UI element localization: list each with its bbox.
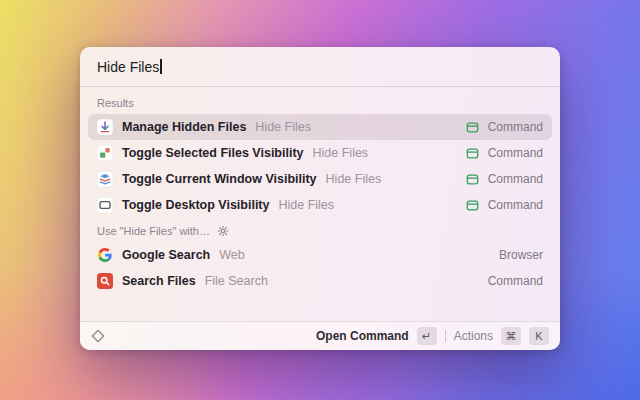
result-type-label: Command: [488, 172, 543, 186]
fallbacks-section-label: Use "Hide Files" with…: [97, 225, 210, 237]
result-row-manage-hidden-files[interactable]: Manage Hidden Files Hide Files Command: [88, 114, 552, 140]
result-title: Toggle Selected Files Visibility: [122, 146, 304, 160]
result-subtitle: Hide Files: [278, 198, 334, 212]
open-command-button[interactable]: Open Command: [316, 329, 409, 343]
result-subtitle: Hide Files: [313, 146, 369, 160]
result-title: Google Search: [122, 248, 210, 262]
result-type-label: Command: [488, 146, 543, 160]
gear-icon[interactable]: [217, 225, 229, 237]
footer-divider: [445, 330, 446, 342]
cmd-key-badge: ⌘: [501, 327, 521, 345]
result-row-toggle-desktop[interactable]: Toggle Desktop Visibility Hide Files Com…: [88, 192, 552, 218]
result-type-label: Command: [488, 120, 543, 134]
command-app-icon: [466, 121, 479, 134]
toggle-current-window-icon: [97, 171, 113, 187]
k-key-badge: K: [529, 327, 549, 345]
result-type-label: Command: [488, 274, 543, 288]
toggle-desktop-icon: [97, 197, 113, 213]
result-row-toggle-current-window[interactable]: Toggle Current Window Visibility Hide Fi…: [88, 166, 552, 192]
toggle-selected-files-icon: [97, 145, 113, 161]
search-bar[interactable]: Hide Files: [80, 47, 560, 87]
result-title: Search Files: [122, 274, 196, 288]
file-search-icon: [97, 273, 113, 289]
fallback-row-google-search[interactable]: Google Search Web Browser: [88, 242, 552, 268]
results-section-header: Results: [88, 90, 552, 114]
result-title: Toggle Current Window Visibility: [122, 172, 317, 186]
result-title: Manage Hidden Files: [122, 120, 246, 134]
results-list: Results Manage Hidden Files Hide Files C…: [80, 87, 560, 321]
results-section-label: Results: [97, 97, 134, 109]
result-row-toggle-selected-files[interactable]: Toggle Selected Files Visibility Hide Fi…: [88, 140, 552, 166]
result-subtitle: Hide Files: [326, 172, 382, 186]
google-icon: [97, 247, 113, 263]
result-type-label: Browser: [499, 248, 543, 262]
raycast-logo-icon[interactable]: [91, 329, 105, 343]
command-app-icon: [466, 173, 479, 186]
fallback-row-search-files[interactable]: Search Files File Search Command: [88, 268, 552, 294]
result-title: Toggle Desktop Visibility: [122, 198, 269, 212]
launcher-window: Hide Files Results Manage Hidden Files H…: [80, 47, 560, 350]
search-input[interactable]: Hide Files: [97, 59, 159, 75]
actions-button[interactable]: Actions: [454, 329, 493, 343]
manage-hidden-files-icon: [97, 119, 113, 135]
result-subtitle: Hide Files: [255, 120, 311, 134]
result-type-label: Command: [488, 198, 543, 212]
return-key-badge: ↵: [417, 327, 437, 345]
result-subtitle: Web: [219, 248, 244, 262]
fallbacks-section-header: Use "Hide Files" with…: [88, 218, 552, 242]
command-app-icon: [466, 147, 479, 160]
text-caret: [160, 59, 162, 74]
result-subtitle: File Search: [205, 274, 268, 288]
action-bar: Open Command ↵ Actions ⌘ K: [80, 321, 560, 350]
command-app-icon: [466, 199, 479, 212]
